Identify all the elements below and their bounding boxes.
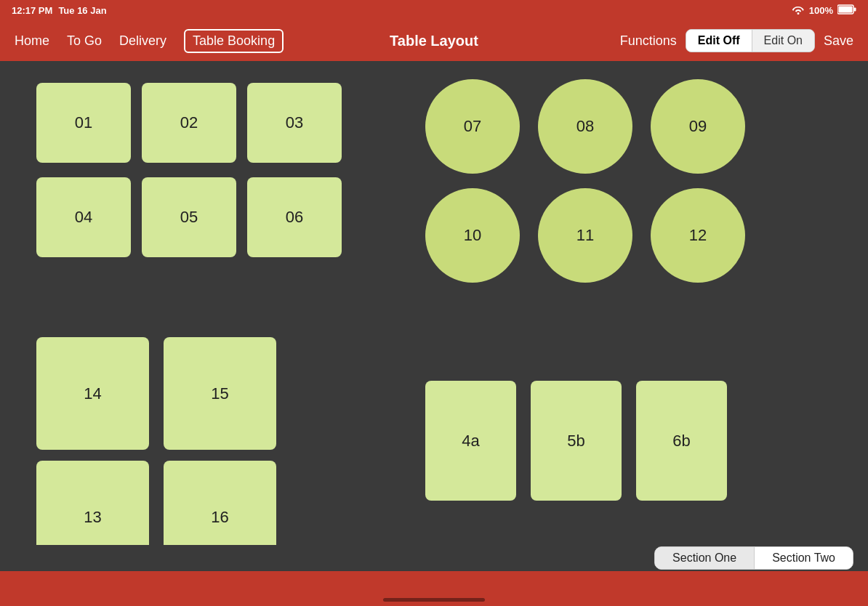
nav-functions[interactable]: Functions bbox=[620, 33, 677, 49]
table-16[interactable]: 16 bbox=[164, 461, 276, 545]
nav-togo[interactable]: To Go bbox=[67, 33, 102, 49]
table-11[interactable]: 11 bbox=[538, 188, 632, 283]
nav-table-booking[interactable]: Table Booking bbox=[184, 29, 284, 53]
table-14[interactable]: 14 bbox=[36, 337, 149, 450]
battery-percent: 100% bbox=[809, 5, 833, 16]
status-bar: 12:17 PM Tue 16 Jan 100% bbox=[0, 0, 868, 20]
nav-left: Home To Go Delivery Table Booking bbox=[15, 29, 284, 53]
main-content: 01 02 03 04 05 06 07 08 09 10 11 12 14 1… bbox=[0, 61, 868, 545]
edit-off-button[interactable]: Edit Off bbox=[686, 30, 752, 52]
edit-toggle-group: Edit Off Edit On bbox=[686, 29, 815, 52]
nav-title: Table Layout bbox=[390, 33, 478, 49]
time: 12:17 PM bbox=[12, 5, 52, 16]
date: Tue 16 Jan bbox=[58, 5, 106, 16]
table-13[interactable]: 13 bbox=[36, 461, 149, 545]
battery-icon bbox=[837, 4, 856, 17]
nav-home[interactable]: Home bbox=[15, 33, 49, 49]
save-button[interactable]: Save bbox=[824, 33, 853, 49]
table-08[interactable]: 08 bbox=[538, 79, 632, 174]
wifi-icon bbox=[792, 4, 805, 17]
section-tab-group: Section One Section Two bbox=[654, 546, 853, 570]
footer bbox=[0, 571, 868, 606]
home-indicator bbox=[383, 598, 485, 602]
status-left: 12:17 PM Tue 16 Jan bbox=[12, 5, 107, 16]
table-12[interactable]: 12 bbox=[651, 188, 745, 283]
tables-canvas: 01 02 03 04 05 06 07 08 09 10 11 12 14 1… bbox=[29, 76, 839, 530]
svg-rect-2 bbox=[854, 7, 856, 11]
table-02[interactable]: 02 bbox=[142, 83, 236, 163]
status-right: 100% bbox=[792, 4, 856, 17]
table-09[interactable]: 09 bbox=[651, 79, 745, 174]
nav-right: Functions Edit Off Edit On Save bbox=[620, 29, 853, 52]
table-10[interactable]: 10 bbox=[425, 188, 520, 283]
nav-bar: Home To Go Delivery Table Booking Table … bbox=[0, 20, 868, 61]
table-06[interactable]: 06 bbox=[247, 177, 342, 257]
nav-delivery[interactable]: Delivery bbox=[119, 33, 166, 49]
section-tabs: Section One Section Two bbox=[0, 545, 868, 571]
table-05[interactable]: 05 bbox=[142, 177, 236, 257]
table-15[interactable]: 15 bbox=[164, 337, 276, 450]
table-6b[interactable]: 6b bbox=[636, 381, 727, 501]
svg-rect-1 bbox=[839, 6, 853, 12]
table-07[interactable]: 07 bbox=[425, 79, 520, 174]
table-4a[interactable]: 4a bbox=[425, 381, 516, 501]
edit-on-button[interactable]: Edit On bbox=[752, 30, 814, 52]
table-04[interactable]: 04 bbox=[36, 177, 131, 257]
table-03[interactable]: 03 bbox=[247, 83, 342, 163]
section-two-tab[interactable]: Section Two bbox=[755, 547, 853, 569]
table-01[interactable]: 01 bbox=[36, 83, 131, 163]
section-one-tab[interactable]: Section One bbox=[655, 547, 755, 569]
table-5b[interactable]: 5b bbox=[531, 381, 622, 501]
